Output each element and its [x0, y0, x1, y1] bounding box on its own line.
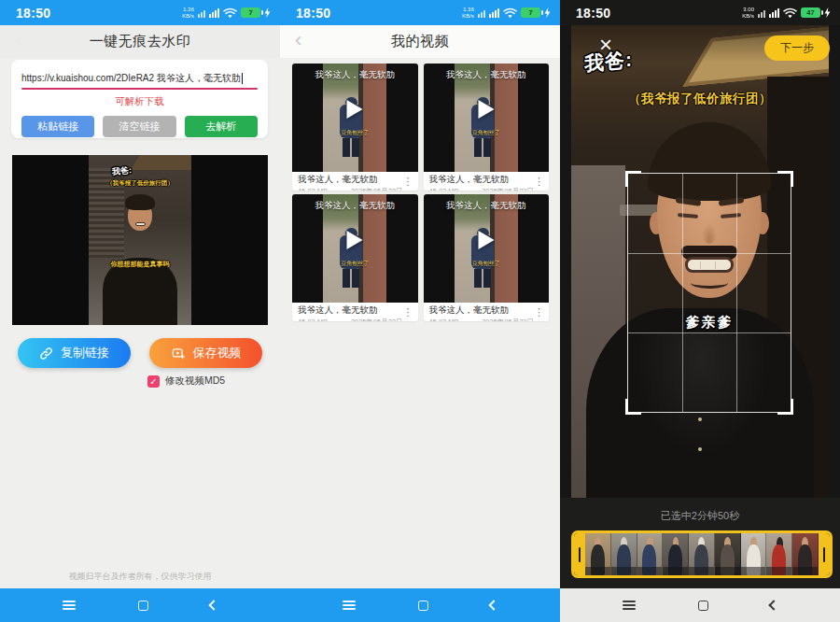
status-icons: 3.00 KB/s 47	[742, 7, 831, 19]
more-options-icon[interactable]: ⋮	[534, 306, 544, 318]
video-card[interactable]: 我爷这人，毫无软肋 豆角刨丝了 我爷这人，毫无软肋 45.02 MB 2025年…	[292, 194, 418, 321]
crop-corner-handle[interactable]	[777, 399, 793, 415]
thumbnail-overlay-title: 我爷这人，毫无软肋	[292, 69, 418, 81]
text-caret	[242, 73, 244, 84]
video-date: 2025年05月22日	[351, 318, 403, 321]
back-icon[interactable]: ‹	[15, 31, 21, 49]
action-buttons-row: 复制链接 保存视频	[18, 338, 262, 368]
paste-link-button[interactable]: 粘贴链接	[21, 116, 94, 137]
video-title: 我爷这人，毫无软肋	[298, 304, 403, 317]
url-text: https://v.kuaishou.com/2DIeRA2 我爷这人，毫无软肋	[21, 72, 241, 85]
android-nav-bar	[560, 588, 840, 622]
more-options-icon[interactable]: ⋮	[403, 306, 413, 318]
timeline-frame	[689, 533, 715, 575]
timeline-frame	[637, 533, 664, 575]
selected-duration-label: 已选中2分钟50秒	[560, 509, 840, 523]
play-icon[interactable]	[478, 231, 494, 249]
home-nav-icon[interactable]	[698, 601, 708, 611]
video-thumbnail[interactable]: 我爷这人，毫无软肋 豆角刨丝了	[292, 64, 418, 172]
menu-nav-icon[interactable]	[63, 601, 76, 610]
wifi-icon	[783, 7, 797, 19]
menu-nav-icon[interactable]	[623, 601, 636, 610]
crop-frame[interactable]: 爹亲爹	[627, 173, 791, 413]
preview-caption: 你想想那能是真事吗	[89, 260, 191, 269]
video-card[interactable]: 我爷这人，毫无软肋 豆角刨丝了 我爷这人，毫无软肋 45.02 MB 2025年…	[292, 64, 418, 191]
menu-nav-icon[interactable]	[343, 601, 356, 610]
video-size: 45.02 MB	[298, 187, 328, 191]
thumbnail-caption: 豆角刨丝了	[292, 129, 418, 137]
app-bar: ‹ 一键无痕去水印	[0, 25, 280, 58]
crop-corner-handle[interactable]	[625, 171, 641, 187]
link-input-card: https://v.kuaishou.com/2DIeRA2 我爷这人，毫无软肋…	[11, 60, 268, 138]
copy-link-button[interactable]: 复制链接	[18, 338, 131, 368]
back-nav-icon[interactable]	[489, 600, 499, 610]
video-overlay-subtitle: （我爷报了低价旅行团）	[560, 91, 840, 107]
back-nav-icon[interactable]	[769, 600, 779, 610]
screen-my-videos: 18:50 1.36 KB/s 7 ‹ 我的视频	[280, 0, 560, 622]
trim-handle-right[interactable]	[819, 533, 830, 575]
network-speed-indicator: 3.00 KB/s	[742, 7, 754, 19]
video-info: 我爷这人，毫无软肋 45.02 MB 2025年05月22日 ⋮	[292, 303, 418, 321]
battery-icon: 7	[241, 7, 260, 18]
play-icon[interactable]	[478, 100, 494, 119]
home-nav-icon[interactable]	[418, 601, 428, 611]
thumbnail-caption: 豆角刨丝了	[424, 129, 550, 137]
clear-link-button[interactable]: 清空链接	[103, 116, 175, 137]
battery-icon: 7	[521, 7, 540, 18]
video-card[interactable]: 我爷这人，毫无软肋 豆角刨丝了 我爷这人，毫无软肋 45.02 MB 2025年…	[424, 194, 550, 321]
video-title: 我爷这人，毫无软肋	[298, 174, 403, 186]
home-nav-icon[interactable]	[138, 601, 148, 611]
video-date: 2025年05月22日	[482, 318, 534, 321]
three-phone-screenshot: 18:50 1.36 KB/s 7 ‹ 一键无痕去水印 https:/	[0, 0, 840, 622]
video-info: 我爷这人，毫无软肋 45.02 MB 2025年05月22日 ⋮	[292, 172, 418, 191]
wifi-icon	[503, 7, 517, 19]
status-time: 18:50	[16, 6, 50, 21]
person-mouth	[135, 222, 146, 226]
trim-timeline[interactable]	[571, 530, 833, 578]
video-title: 我爷这人，毫无软肋	[429, 304, 535, 317]
md5-checkbox-label: 修改视频MD5	[165, 375, 225, 388]
battery-icon: 47	[801, 7, 820, 18]
video-date: 2025年05月22日	[351, 187, 403, 191]
video-grid: 我爷这人，毫无软肋 豆角刨丝了 我爷这人，毫无软肋 45.02 MB 2025年…	[292, 64, 549, 321]
status-time: 18:50	[576, 6, 610, 21]
status-bar: 18:50 3.00 KB/s 47	[560, 0, 840, 25]
trim-handle-left[interactable]	[574, 533, 585, 575]
back-icon[interactable]: ‹	[295, 31, 301, 49]
crop-corner-handle[interactable]	[777, 171, 793, 187]
save-video-icon	[171, 346, 186, 360]
video-title: 我爷这人，毫无软肋	[429, 174, 535, 186]
thumbnail-overlay-title: 我爷这人，毫无软肋	[424, 69, 550, 81]
timeline-frames	[585, 533, 819, 575]
video-preview[interactable]: 我爸: （我爷报了低价旅行团） 你想想那能是真事吗	[12, 155, 268, 325]
md5-checkbox[interactable]: ✓	[147, 375, 160, 388]
more-options-icon[interactable]: ⋮	[534, 176, 544, 188]
signal-bars-sim1-icon	[198, 8, 205, 18]
video-thumbnail[interactable]: 我爷这人，毫无软肋 豆角刨丝了	[424, 64, 550, 172]
back-nav-icon[interactable]	[209, 600, 219, 610]
crop-corner-handle[interactable]	[625, 399, 641, 415]
status-time: 18:50	[296, 6, 330, 21]
preview-overlay-subtitle: （我爷报了低价旅行团）	[89, 179, 191, 188]
android-nav-bar	[0, 588, 280, 622]
url-input[interactable]: https://v.kuaishou.com/2DIeRA2 我爷这人，毫无软肋	[21, 72, 258, 85]
signal-bars-sim2-icon	[769, 8, 779, 18]
charging-bolt-icon	[824, 7, 831, 18]
video-card[interactable]: 我爷这人，毫无软肋 豆角刨丝了 我爷这人，毫无软肋 45.02 MB 2025年…	[424, 64, 550, 191]
save-video-button[interactable]: 保存视频	[149, 338, 262, 368]
video-info: 我爷这人，毫无软肋 45.02 MB 2025年05月22日 ⋮	[424, 172, 550, 191]
thumbnail-caption: 豆角刨丝了	[424, 260, 550, 268]
status-icons: 1.36 KB/s 7	[462, 7, 551, 19]
person-hair	[125, 194, 155, 210]
android-nav-bar	[280, 588, 560, 622]
video-thumbnail[interactable]: 我爷这人，毫无软肋 豆角刨丝了	[292, 194, 418, 303]
play-icon[interactable]	[347, 100, 363, 119]
more-options-icon[interactable]: ⋮	[403, 176, 413, 188]
signal-bars-sim2-icon	[489, 8, 499, 18]
video-thumbnail[interactable]: 我爷这人，毫无软肋 豆角刨丝了	[424, 194, 550, 303]
close-icon[interactable]: ×	[599, 34, 612, 56]
play-icon[interactable]	[347, 231, 363, 249]
next-step-button[interactable]: 下一步	[764, 35, 830, 61]
parse-button[interactable]: 去解析	[185, 116, 258, 137]
timeline-frame	[611, 533, 637, 575]
